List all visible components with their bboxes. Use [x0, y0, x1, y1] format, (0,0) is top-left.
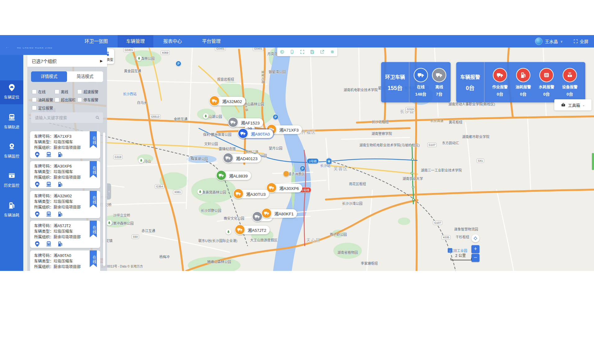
vehicle-marker-湘A30TU3[interactable]: 湘A30TU3: [234, 190, 269, 198]
expand-icon[interactable]: [299, 48, 306, 55]
crosshair-icon: [473, 236, 478, 241]
alarm-count: 0台: [466, 83, 475, 92]
search-input[interactable]: [34, 115, 95, 120]
vehicle-marker-湘A80KF1[interactable]: 湘A80KF1: [263, 209, 297, 218]
filter-超速报警[interactable]: 超速报警: [77, 88, 98, 95]
vehicle-card-湘A57JT2[interactable]: 车牌号码：湘A57JT2车辆类型：垃圾压缩车所属组织：厨余垃圾项目部在线: [30, 221, 100, 248]
sidebar-item-label: 车辆轨迹: [0, 124, 23, 130]
alarm-title: 车辆报警: [460, 73, 480, 80]
sidebar-item-车辆定位[interactable]: 车辆定位: [0, 80, 23, 104]
share-icon[interactable]: [319, 48, 326, 55]
map-label: 黄花枢纽: [449, 119, 462, 124]
marker-plate-label: 湘A32M02: [222, 98, 242, 104]
marker-plate-label: 湘AD40123: [236, 155, 258, 161]
fuel-vehicle-icon[interactable]: [57, 151, 63, 159]
panel-collapse-handle[interactable]: ‹: [107, 183, 111, 200]
locate-vehicle-icon[interactable]: [34, 181, 40, 188]
filter-label: 在线: [38, 89, 46, 94]
map-label: 保利·麓谷体育公园: [203, 132, 232, 137]
checkbox-icon[interactable]: [55, 89, 59, 94]
map-label: 湖南都市职业学院: [462, 134, 489, 139]
user-name[interactable]: 王水晶: [545, 38, 558, 44]
fuel-vehicle-icon[interactable]: [57, 211, 63, 218]
checkbox-icon[interactable]: [32, 106, 37, 110]
sidebar-item-历史监控[interactable]: 历史监控: [0, 169, 23, 192]
mode-detail-button[interactable]: 详情模式: [31, 71, 67, 82]
track-vehicle-icon[interactable]: [46, 211, 52, 218]
vehicle-marker-湘A32M02[interactable]: 湘A32M02: [210, 97, 245, 106]
device-icon[interactable]: [289, 48, 295, 55]
nav-tab-1[interactable]: 环卫一张图: [80, 35, 112, 47]
locate-vehicle-icon[interactable]: [34, 211, 40, 218]
fuel-vehicle-icon[interactable]: [57, 181, 63, 188]
truck-marker-icon: [238, 128, 248, 139]
nav-tab-4[interactable]: 平台管理: [196, 35, 227, 47]
checkbox-icon[interactable]: [77, 89, 82, 94]
map-label: 长沙北枢纽: [372, 119, 389, 124]
vehicle-marker-湘A30XP6[interactable]: 湘A30XP6: [268, 184, 302, 192]
locate-vehicle-icon[interactable]: [34, 151, 40, 159]
vehicle-marker-湘A57JT2[interactable]: 湘A57JT2: [236, 226, 270, 234]
park-icon: [203, 113, 209, 119]
zoom-in-button[interactable]: +: [471, 245, 479, 253]
vehicle-card-湘A71XF3[interactable]: 车牌号码：湘A71XF3车辆类型：垃圾压缩车所属组织：厨余垃圾项目部在线: [30, 131, 100, 159]
checkbox-icon[interactable]: [32, 89, 37, 94]
vehicle-marker-湘AL8839[interactable]: 湘AL8839: [217, 171, 251, 180]
checkbox-icon[interactable]: [77, 97, 82, 102]
vehicle-marker-湘A90TA0[interactable]: 湘A90TA0: [239, 129, 273, 138]
track-vehicle-icon[interactable]: [46, 151, 52, 159]
search-box: [31, 112, 103, 123]
fuel-vehicle-icon[interactable]: [57, 271, 63, 271]
nav-tab-3[interactable]: 报表中心: [157, 35, 188, 47]
locate-vehicle-icon[interactable]: [34, 241, 40, 248]
filter-油耗报警[interactable]: 油耗报警: [32, 97, 53, 103]
vehicle-card-湘A90TA0[interactable]: 车牌号码：湘A90TA0车辆类型：垃圾压缩车所属组织：厨余垃圾项目部在线: [30, 250, 100, 271]
water-alarm-icon: [539, 68, 554, 82]
filter-定位报警[interactable]: 定位报警: [32, 105, 53, 111]
app-window: 1111342 - 京ICP证030013号 - Data © 长地万方 乌山森…: [0, 35, 594, 271]
vehicle-card-湘A30XP6[interactable]: 车牌号码：湘A30XP6车辆类型：垃圾压缩车所属组织：厨余垃圾项目部在线: [30, 161, 100, 188]
save-icon[interactable]: [309, 48, 316, 55]
truck-alarm-icon: [493, 68, 507, 82]
track-vehicle-icon[interactable]: [46, 271, 52, 271]
fuel-vehicle-icon[interactable]: [57, 241, 63, 248]
panel-scrollbar[interactable]: [103, 133, 105, 266]
track-vehicle-icon[interactable]: [46, 181, 52, 188]
zoom-out-button[interactable]: −: [471, 254, 479, 262]
map-label: 沙坪立交桥: [113, 213, 130, 218]
chevron-down-icon[interactable]: ∨: [560, 40, 563, 43]
toolbox-button[interactable]: 工具箱 ⌄: [554, 99, 592, 110]
page: 1111342 - 京ICP证030013号 - Data © 长地万方 乌山森…: [0, 0, 594, 364]
track-vehicle-icon[interactable]: [46, 241, 52, 248]
fullscreen-button[interactable]: 全屏: [573, 38, 588, 44]
filter-离线[interactable]: 离线: [55, 88, 68, 95]
top-nav-bar: 王水晶 ∨ 全屏 环卫一张图车辆管理报表中心平台管理: [0, 35, 594, 47]
user-avatar[interactable]: [535, 38, 542, 45]
map-label: 晚安文化公园: [224, 216, 244, 221]
map-label: 毛栗冲森林公园: [110, 221, 134, 226]
vehicle-marker-湘AD40123[interactable]: 湘AD40123: [224, 154, 261, 163]
measure-circle-icon[interactable]: [279, 48, 286, 55]
checkbox-icon[interactable]: [32, 97, 37, 102]
sidebar-item-车辆轨迹[interactable]: 车辆轨迹: [0, 110, 23, 134]
vehicle-card-湘A32M02[interactable]: 车牌号码：湘A32M02车辆类型：垃圾压缩车所属组织：厨余垃圾项目部在线: [30, 191, 100, 218]
filter-在线[interactable]: 在线: [32, 88, 46, 95]
browser-scrollbar-thumb[interactable]: [592, 153, 594, 170]
org-selector[interactable]: 已选7个组织 ▶: [27, 55, 107, 67]
road-shield-badge: G319: [406, 107, 415, 111]
filter-超出围栏[interactable]: 超出围栏: [55, 97, 76, 103]
locate-button[interactable]: [471, 234, 479, 242]
map-label: 长沙沙湾公园: [342, 201, 362, 206]
settings-icon[interactable]: [329, 48, 336, 55]
mode-simple-button[interactable]: 简洁模式: [67, 71, 103, 82]
search-icon[interactable]: [95, 115, 100, 120]
checkbox-icon[interactable]: [55, 97, 59, 102]
sidebar-item-车辆监控[interactable]: 车辆监控: [0, 139, 23, 163]
locate-vehicle-icon[interactable]: [34, 271, 40, 271]
parking-icon: P: [273, 114, 278, 120]
alarm-item-label: 水耗报警: [539, 84, 554, 90]
nav-tab-2[interactable]: 车辆管理: [118, 35, 153, 47]
sidebar-item-车辆油耗[interactable]: 车辆油耗: [0, 198, 23, 222]
filter-停车报警[interactable]: 停车报警: [77, 97, 98, 103]
map-label: 橘子洲景区: [288, 171, 305, 176]
